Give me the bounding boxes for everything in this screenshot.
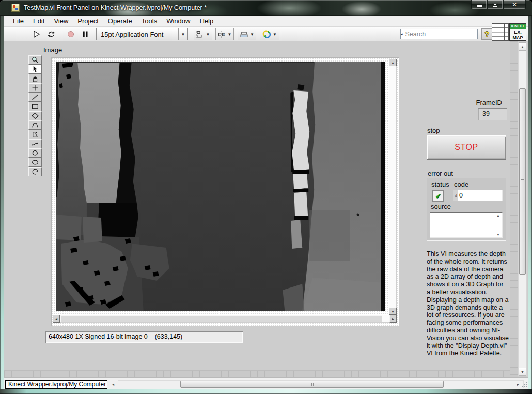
depth-map-image[interactable] [56,62,385,311]
search-input[interactable] [403,31,491,38]
image-display[interactable]: ▲ ▼ ◄ ► [52,58,399,326]
menu-operate[interactable]: Operate [103,16,137,26]
minimize-button[interactable] [471,0,487,9]
status-boolean-indicator[interactable]: ✔ [432,190,444,202]
scrollbar-grip [310,383,314,386]
window-controls: ✕ [471,0,526,9]
connector-pane-icon[interactable] [492,23,509,41]
run-continuous-button[interactable] [44,28,58,40]
titlebar[interactable]: TestMap.vi Front Panel on Kinect Wrapper… [0,0,532,16]
resize-objects-icon [240,31,248,38]
menu-tools[interactable]: Tools [137,16,162,26]
run-button[interactable] [30,28,43,40]
abort-button[interactable] [64,28,77,40]
polygon-tool-button[interactable] [28,130,42,139]
panel-scroll-up-button[interactable]: ▲ [519,42,526,51]
restore-button[interactable] [487,0,503,9]
distribute-objects-icon [218,31,226,38]
menu-window[interactable]: Window [162,16,195,26]
menu-edit[interactable]: Edit [28,16,49,26]
source-scroll-arrows: ▲ ▼ [495,214,501,236]
panel-horizontal-scrollbar[interactable] [118,380,524,388]
vi-icon-line2: MAP [513,35,523,40]
align-objects-icon [196,31,205,38]
pan-tool-button[interactable] [28,74,42,83]
polyline-tool-button[interactable] [28,120,42,130]
source-scroll-down-icon[interactable]: ▼ [496,233,499,236]
help-button[interactable]: ? [481,28,492,40]
window-title: TestMap.vi Front Panel on Kinect Wrapper… [24,4,207,11]
rectangle-icon [30,103,40,110]
up-arrow-icon: ▲ [391,61,395,65]
diamond-icon [30,112,40,119]
error-out-cluster: status ✔ code d 0 source ▲ ▼ [427,178,506,241]
align-objects-button[interactable]: ▼ [194,28,212,40]
panel-scroll-left-button[interactable]: ◄ [109,381,117,388]
image-scroll-down-button[interactable]: ▼ [389,308,397,315]
image-scroll-up-button[interactable]: ▲ [389,59,397,66]
right-arrow-icon: ► [392,317,395,321]
status-label: status [431,180,449,188]
freehand-line-tool-button[interactable] [28,139,42,148]
resize-objects-button[interactable]: ▼ [238,28,256,40]
rectangle-tool-button[interactable] [28,102,42,111]
cursor-arrow-icon [30,66,40,73]
code-field[interactable]: d 0 [453,190,503,201]
panel-hscrollbar-thumb[interactable] [180,381,444,388]
window-border-left [0,16,4,394]
labview-vi-icon [11,4,20,12]
point-tool-button[interactable] [28,83,42,93]
distribute-objects-button[interactable]: ▼ [215,28,234,40]
cursor-tool-button[interactable] [28,65,42,74]
menu-bar: File Edit View Project Operate Tools Win… [4,16,528,27]
scrollbar-grip [521,178,524,182]
annulus-tool-button[interactable] [28,167,42,176]
depth-map-render [56,62,385,311]
image-vertical-scrollbar[interactable]: ▲ ▼ [389,59,397,315]
run-continuous-icon [47,30,56,38]
radix-indicator[interactable]: d [453,190,458,201]
font-selector[interactable]: 15pt Application Font ▼ [96,28,188,40]
freehand-region-icon [30,149,40,157]
menu-file[interactable]: File [8,16,28,26]
menu-project[interactable]: Project [73,16,103,26]
image-scroll-right-button[interactable]: ► [389,315,397,323]
frameid-indicator[interactable]: 39 [478,108,507,120]
reorder-button[interactable]: ▼ [260,28,279,40]
freehand-region-tool-button[interactable] [28,148,42,158]
checkmark-icon: ✔ [435,192,441,200]
panel-scroll-down-button[interactable]: ▼ [519,368,526,376]
right-arrow-icon: ► [517,383,520,386]
vi-icon-kinect[interactable]: KINECT EX.MAP [509,23,526,41]
oval-tool-button[interactable] [28,158,42,167]
line-icon [30,94,40,101]
pause-button[interactable] [79,28,92,40]
execution-target-tab[interactable]: Kinect Wrapper.lvproj/My Computer [5,380,107,389]
close-button[interactable]: ✕ [503,0,526,9]
source-scroll-up-icon[interactable]: ▲ [496,214,499,217]
panel-vertical-scrollbar[interactable]: ▲ ▼ [518,42,527,376]
stop-button[interactable]: STOP [427,135,506,160]
source-field[interactable]: ▲ ▼ [430,212,503,238]
image-horizontal-scrollbar[interactable]: ◄ ► [53,315,397,323]
menu-help[interactable]: Help [195,16,218,26]
font-selector-caret[interactable]: ▼ [178,28,187,40]
image-indicator-label: Image [43,46,62,54]
polyline-icon [30,122,40,129]
panel-right-grid-strip [510,41,518,377]
image-scroll-left-button[interactable]: ◄ [53,315,60,323]
distribute-caret: ▼ [228,32,232,37]
crosshair-icon [30,84,40,92]
error-out-label: error out [428,170,453,177]
search-box[interactable]: ◂ [400,29,478,39]
line-tool-button[interactable] [28,93,42,102]
menu-view[interactable]: View [49,16,73,26]
frameid-label: FrameID [443,99,502,107]
resize-caret: ▼ [250,32,254,37]
image-status-readout: 640x480 1X Signed 16-bit image 0 (633,14… [45,331,243,343]
image-scrollbar-thumb[interactable] [60,315,382,322]
magnifier-tool-button[interactable] [28,55,42,65]
panel-vscrollbar-thumb[interactable] [519,88,526,275]
rotated-rectangle-tool-button[interactable] [28,111,42,120]
window-resize-grip[interactable] [521,381,527,387]
